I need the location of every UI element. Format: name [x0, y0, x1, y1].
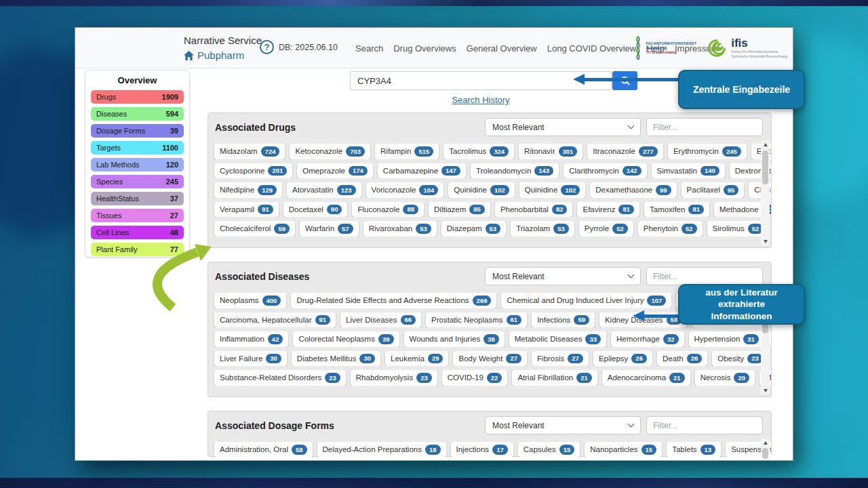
- entity-chip[interactable]: COVID-1922: [442, 370, 508, 386]
- entity-chip[interactable]: Dexamethasone99: [590, 182, 676, 198]
- entity-chip[interactable]: Administration, Oral58: [214, 442, 313, 458]
- entity-chip[interactable]: Nanoparticles15: [585, 442, 662, 458]
- entity-chip[interactable]: Cholecalciferol59: [214, 221, 295, 237]
- entity-chip[interactable]: Sirolimus52: [707, 221, 769, 237]
- entity-chip[interactable]: Clarithromycin142: [564, 163, 646, 179]
- entity-chip[interactable]: Omeprazole174: [297, 163, 373, 179]
- entity-chip[interactable]: Nifedipine129: [214, 182, 282, 198]
- entity-chip[interactable]: Phenytoin52: [638, 221, 703, 237]
- entity-chip[interactable]: Tacrolimus324: [443, 144, 514, 159]
- filter-input[interactable]: [646, 267, 763, 285]
- entity-chip[interactable]: Carcinoma, Hepatocellular91: [214, 312, 336, 328]
- entity-chip[interactable]: Carbamazepine147: [378, 163, 466, 179]
- overview-item[interactable]: HealthStatus 37: [91, 192, 184, 205]
- entity-chip[interactable]: Ketoconazole703: [290, 144, 370, 159]
- entity-chip[interactable]: Metabolic Diseases33: [509, 331, 606, 347]
- entity-chip[interactable]: Injections17: [451, 442, 513, 458]
- entity-chip[interactable]: Infections59: [532, 312, 595, 328]
- entity-chip[interactable]: Docetaxel90: [283, 202, 348, 218]
- overview-item[interactable]: Tissues 27: [91, 209, 184, 222]
- nav-item[interactable]: Long COVID Overview: [547, 43, 637, 54]
- scroll-up-button[interactable]: [761, 439, 770, 447]
- entity-chip[interactable]: Colorectal Neoplasms39: [293, 331, 399, 347]
- overview-item[interactable]: Drugs 1909: [91, 90, 184, 104]
- entity-chip[interactable]: Rhabdomyolysis23: [351, 370, 437, 386]
- entity-chip[interactable]: Simvastatin140: [652, 163, 725, 179]
- entity-chip[interactable]: Fluconazole88: [352, 202, 424, 218]
- entity-chip[interactable]: Cyclosporine201: [214, 163, 292, 179]
- scrollbar[interactable]: [761, 140, 770, 245]
- scrollbar[interactable]: [761, 439, 770, 454]
- entity-chip[interactable]: Diazepam53: [441, 221, 506, 237]
- entity-chip[interactable]: Warfarin57: [300, 221, 359, 237]
- overview-item[interactable]: Lab Methods 120: [91, 158, 184, 171]
- entity-chip[interactable]: Phenobarbital82: [495, 202, 573, 218]
- sort-select[interactable]: Most Relevant: [485, 118, 641, 136]
- overview-item[interactable]: Species 245: [91, 175, 184, 188]
- entity-chip[interactable]: Capsules15: [518, 442, 580, 458]
- entity-chip[interactable]: Paclitaxel95: [682, 182, 745, 198]
- entity-chip[interactable]: Wounds and Injuries38: [404, 331, 505, 347]
- chip-count-badge: 13: [701, 445, 716, 455]
- entity-chip[interactable]: Quinidine102: [519, 182, 585, 198]
- overview-item[interactable]: Diseases 594: [91, 107, 184, 121]
- entity-chip[interactable]: Efavirenz81: [577, 202, 639, 218]
- entity-chip[interactable]: Tablets13: [667, 442, 721, 458]
- nav-item[interactable]: General Overview: [467, 43, 537, 54]
- filter-input[interactable]: [646, 118, 763, 136]
- home-link[interactable]: Pubpharm: [184, 49, 262, 61]
- entity-chip[interactable]: Liver Diseases66: [340, 312, 421, 328]
- entity-chip[interactable]: Obesity23: [712, 351, 768, 367]
- entity-chip[interactable]: Voriconazole104: [366, 182, 444, 198]
- entity-chip[interactable]: Quinidine102: [448, 182, 514, 198]
- entity-chip[interactable]: Hemorrhage32: [611, 331, 684, 347]
- overview-item[interactable]: Targets 1100: [91, 141, 184, 155]
- entity-chip[interactable]: Midazolam724: [214, 144, 285, 159]
- entity-chip[interactable]: Erythromycin245: [668, 144, 747, 159]
- entity-chip[interactable]: Death26: [657, 351, 707, 367]
- entity-chip[interactable]: Substance-Related Disorders23: [214, 370, 346, 386]
- help-icon[interactable]: ?: [260, 40, 274, 54]
- nav-item[interactable]: Search: [355, 43, 383, 54]
- entity-chip[interactable]: Drug-Related Side Effects and Adverse Re…: [291, 293, 496, 308]
- entity-chip[interactable]: Neoplasms400: [214, 293, 286, 308]
- entity-chip[interactable]: Fibrosis27: [532, 351, 589, 367]
- entity-chip[interactable]: Atorvastatin123: [287, 182, 361, 198]
- entity-chip[interactable]: Chemical and Drug Induced Liver Injury10…: [501, 293, 671, 308]
- entity-chip[interactable]: Body Weight27: [453, 351, 527, 367]
- entity-chip[interactable]: Verapamil91: [214, 202, 279, 218]
- scroll-thumb[interactable]: [762, 448, 768, 459]
- entity-chip[interactable]: Atrial Fibrillation21: [512, 370, 597, 386]
- filter-input[interactable]: [646, 416, 763, 434]
- scroll-up-button[interactable]: [761, 140, 770, 148]
- entity-chip[interactable]: Diltiazem85: [429, 202, 490, 218]
- entity-chip[interactable]: Hypertension31: [689, 331, 764, 347]
- entity-chip[interactable]: Liver Failure30: [214, 351, 287, 367]
- entity-chip[interactable]: Prostatic Neoplasms61: [426, 312, 527, 328]
- entity-chip[interactable]: Epilepsy26: [593, 351, 652, 367]
- entity-chip[interactable]: Tamoxifen81: [644, 202, 709, 218]
- entity-chip[interactable]: Rivaroxaban53: [363, 221, 437, 237]
- entity-chip[interactable]: Necrosis20: [695, 370, 755, 386]
- sort-select[interactable]: Most Relevant: [485, 416, 641, 434]
- scroll-down-button[interactable]: [761, 386, 770, 394]
- entity-chip[interactable]: Inflammation42: [214, 331, 288, 347]
- entity-chip[interactable]: Delayed-Action Preparations18: [317, 442, 446, 458]
- entity-chip[interactable]: Rifampin515: [375, 144, 439, 159]
- chip-count-badge: 104: [419, 185, 438, 195]
- entity-chip[interactable]: Pyrrole52: [579, 221, 633, 237]
- entity-chip[interactable]: Leukemia29: [385, 351, 448, 367]
- search-history-link[interactable]: Search History: [350, 95, 612, 105]
- chip-label: Warfarin: [305, 224, 334, 232]
- entity-chip[interactable]: Troleandomycin143: [471, 163, 559, 179]
- entity-chip[interactable]: Adenocarcinoma21: [602, 370, 690, 386]
- entity-chip[interactable]: Itraconazole277: [587, 144, 663, 159]
- entity-chip[interactable]: Triazolam53: [511, 221, 574, 237]
- entity-chip[interactable]: Ritonavir301: [519, 144, 583, 159]
- overview-item[interactable]: Dosage Forms 39: [91, 124, 184, 138]
- entity-chip[interactable]: Diabetes Mellitus30: [292, 351, 380, 367]
- nav-item[interactable]: Drug Overviews: [393, 43, 456, 54]
- scroll-down-button[interactable]: [761, 237, 770, 245]
- sort-select[interactable]: Most Relevant: [485, 267, 641, 285]
- scroll-thumb[interactable]: [762, 150, 768, 184]
